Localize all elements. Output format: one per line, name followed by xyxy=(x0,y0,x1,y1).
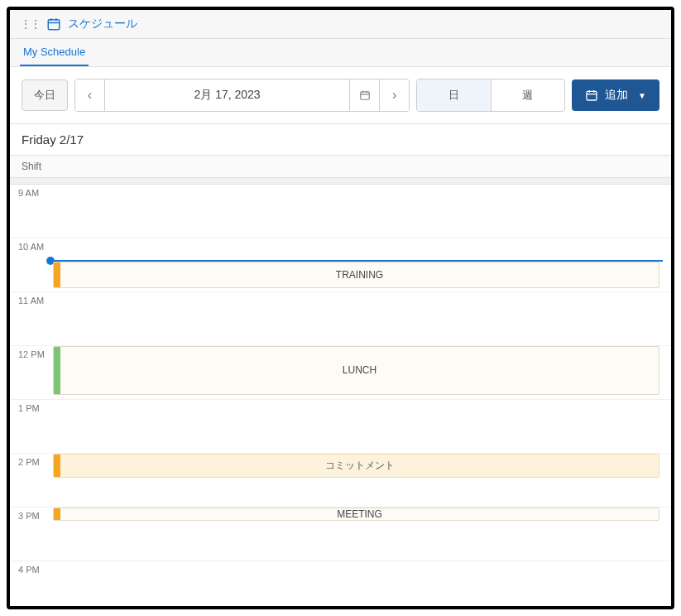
hour-label: 3 PM xyxy=(18,511,40,521)
event-color-bar xyxy=(54,508,60,520)
day-header: Friday 2/17 xyxy=(10,124,671,156)
schedule-widget: ⋮⋮ スケジュール My Schedule 今日 ‹ 2月 17, 2023 ›… xyxy=(7,7,674,609)
svg-rect-4 xyxy=(360,92,369,99)
drag-handle-icon[interactable]: ⋮⋮ xyxy=(20,17,40,31)
svg-rect-0 xyxy=(48,20,60,30)
hour-label: 11 AM xyxy=(18,296,44,306)
next-button[interactable]: › xyxy=(379,79,409,111)
event-color-bar xyxy=(54,347,60,394)
widget-header: ⋮⋮ スケジュール xyxy=(10,10,671,39)
tab-bar: My Schedule xyxy=(10,39,671,67)
view-day-button[interactable]: 日 xyxy=(417,79,492,111)
event-block[interactable]: コミットメント xyxy=(53,454,659,478)
date-nav-group: ‹ 2月 17, 2023 › xyxy=(74,79,410,112)
event-color-bar xyxy=(54,262,60,288)
add-button-label: 追加 xyxy=(605,88,628,103)
event-block[interactable]: LUNCH xyxy=(53,346,659,395)
hour-label: 9 AM xyxy=(18,188,39,198)
hour-label: 2 PM xyxy=(18,457,40,467)
event-color-bar xyxy=(54,455,60,477)
event-title: TRAINING xyxy=(60,266,659,284)
shift-header: Shift xyxy=(10,156,671,178)
spacer xyxy=(10,178,671,185)
event-title: LUNCH xyxy=(60,361,659,379)
prev-button[interactable]: ‹ xyxy=(75,79,105,111)
event-block[interactable]: TRAINING xyxy=(53,262,659,289)
date-picker-button[interactable] xyxy=(349,79,379,111)
event-block[interactable]: MEETING xyxy=(53,508,659,521)
tab-my-schedule[interactable]: My Schedule xyxy=(20,39,89,66)
view-week-button[interactable]: 週 xyxy=(492,79,565,111)
hour-label: 4 PM xyxy=(18,565,40,575)
event-title: MEETING xyxy=(60,508,659,521)
time-grid[interactable]: 9 AM10 AM11 AM12 PM1 PM2 PM3 PM4 PM TRAI… xyxy=(10,185,671,606)
date-display[interactable]: 2月 17, 2023 xyxy=(105,79,349,111)
calendar-add-icon xyxy=(585,89,598,102)
calendar-icon xyxy=(359,89,371,101)
hour-label: 10 AM xyxy=(18,242,44,252)
chevron-down-icon: ▼ xyxy=(638,91,646,100)
today-button[interactable]: 今日 xyxy=(22,79,68,111)
event-title: コミットメント xyxy=(60,455,659,476)
hour-label: 1 PM xyxy=(18,403,40,413)
hour-label: 12 PM xyxy=(18,349,45,359)
toolbar: 今日 ‹ 2月 17, 2023 › 日 週 追加 ▼ xyxy=(10,67,671,124)
view-toggle: 日 週 xyxy=(416,79,565,112)
svg-rect-8 xyxy=(587,91,597,100)
events-layer: TRAININGLUNCHコミットメントMEETING xyxy=(50,185,663,606)
add-button[interactable]: 追加 ▼ xyxy=(572,79,659,111)
widget-title: スケジュール xyxy=(68,17,137,31)
calendar-icon xyxy=(46,17,61,31)
